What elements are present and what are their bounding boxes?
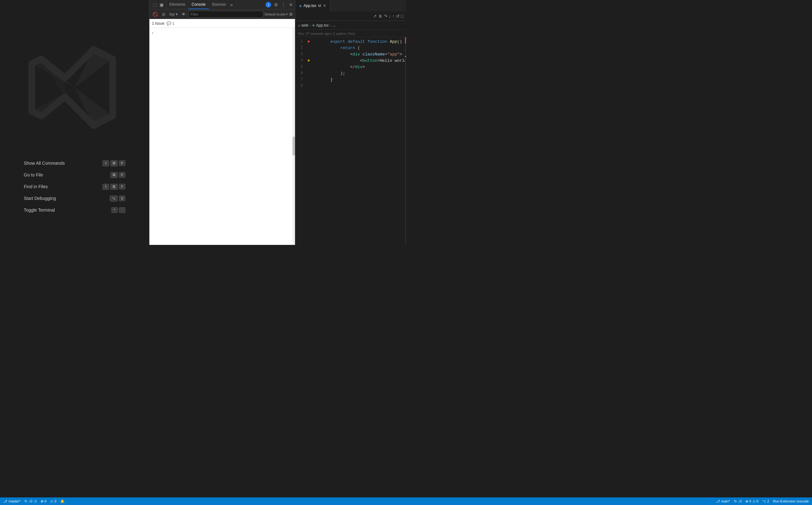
shortcut-show-all-commands[interactable]: Show All Commands ⇧ ⌘ P — [24, 160, 125, 166]
clear-console-icon[interactable]: 🚫 — [151, 11, 159, 17]
level-dropdown-icon: ▾ — [286, 12, 288, 16]
console-content: › — [149, 28, 295, 245]
inspect-icon[interactable]: ⬚ — [152, 2, 158, 7]
devtools-tab-actions: 1 ⚙ ⋮ ✕ — [265, 0, 294, 9]
key: ⌘ — [110, 160, 118, 166]
close-tab-icon[interactable]: ✕ — [323, 3, 326, 8]
key: ` — [119, 207, 125, 213]
shortcut-toggle-terminal[interactable]: Toggle Terminal ^ ` — [24, 207, 125, 213]
line-number: 6 — [295, 71, 307, 75]
git-blame-text: You, 27 seconds ago | 1 author (You) — [298, 32, 355, 35]
editor-tab-modified: M — [318, 4, 321, 8]
key: S — [119, 195, 125, 201]
breadcrumb-file[interactable]: App.tsx — [316, 23, 329, 28]
error-scrollbar-marker — [405, 37, 406, 43]
shortcut-label: Toggle Terminal — [24, 207, 55, 212]
devtools-scrollbar[interactable] — [293, 28, 295, 245]
issue-count: 1 — [172, 21, 175, 26]
block-icon[interactable]: ⊘ — [160, 11, 167, 17]
console-chevron-icon[interactable]: › — [152, 31, 153, 35]
console-toolbar: 🚫 ⊘ top ▾ 👁 Default levels ▾ ⚙ — [149, 9, 295, 19]
step-into-icon[interactable]: ↓ — [389, 14, 391, 19]
key: P — [119, 160, 125, 166]
devtools-tab-icons: ⬚ ▣ — [151, 0, 166, 9]
breadcrumb-more[interactable]: ... — [332, 23, 336, 28]
top-dropdown[interactable]: top ▾ — [168, 11, 179, 17]
device-icon[interactable]: ▣ — [158, 2, 164, 7]
tab-sources[interactable]: Sources — [209, 0, 229, 9]
level-select-container[interactable]: Default levels ▾ — [264, 12, 288, 16]
tab-elements[interactable]: Elements — [166, 0, 189, 9]
filter-input[interactable] — [189, 11, 263, 18]
editor-tab-filename: App.tsx — [304, 3, 316, 8]
shortcut-keys: ⇧ ⌘ P — [102, 160, 125, 166]
editor-tab-bar: ◈ App.tsx M ✕ — [295, 0, 406, 11]
goto-definition-icon[interactable]: ↗ — [373, 14, 377, 19]
editor-toolbar: ↗ ⏸ ↷ ↓ ↑ ↺ □ — [295, 11, 406, 21]
key: ⌘ — [110, 184, 118, 190]
pause-icon[interactable]: ⏸ — [378, 14, 382, 19]
devtools-panel: ⬚ ▣ Elements Console Sources » 1 ⚙ ⋮ ✕ 🚫… — [149, 0, 295, 245]
warning-scrollbar-marker — [405, 56, 406, 57]
key: P — [119, 172, 125, 178]
line-number: 1 — [295, 39, 307, 44]
editor-scrollbar[interactable] — [405, 37, 406, 245]
line-number: 5 — [295, 65, 307, 69]
tab-console[interactable]: Console — [189, 0, 209, 9]
issue-badge[interactable]: 💬 1 — [166, 21, 175, 26]
editor-tab-apptsx[interactable]: ◈ App.tsx M ✕ — [295, 0, 330, 11]
restart-icon[interactable]: ↺ — [396, 14, 400, 19]
shortcut-keys: ^ ` — [111, 207, 125, 213]
vscode-logo — [27, 40, 122, 135]
shortcut-keys: ⌘ P — [110, 172, 125, 178]
key: ⌘ — [110, 172, 118, 178]
warning-indicator — [308, 59, 310, 61]
git-blame-info: You, 27 seconds ago | 1 author (You) — [295, 30, 406, 37]
stop-icon[interactable]: □ — [401, 14, 403, 19]
close-devtools-icon[interactable]: ✕ — [288, 2, 294, 7]
issues-bar: 1 Issue: 💬 1 — [149, 19, 295, 28]
step-over-icon[interactable]: ↷ — [384, 14, 387, 19]
tsx-icon: ◈ — [299, 4, 302, 8]
key: F — [119, 184, 125, 189]
error-indicator — [308, 40, 310, 42]
more-tabs-icon[interactable]: » — [229, 0, 234, 9]
console-settings-icon[interactable]: ⚙ — [289, 12, 293, 17]
breadcrumb-sep1: › — [310, 23, 311, 28]
shortcut-label: Start Debugging — [24, 196, 56, 201]
key: ⌥ — [110, 195, 118, 201]
editor-breadcrumb: ⌂ web › ◈ App.tsx › ... — [295, 21, 406, 30]
shortcuts-panel: Show All Commands ⇧ ⌘ P Go to File ⌘ P F… — [24, 160, 125, 213]
devtools-tab-bar: ⬚ ▣ Elements Console Sources » 1 ⚙ ⋮ ✕ — [149, 0, 295, 9]
editor-toolbar-icons: ↗ ⏸ ↷ ↓ ↑ ↺ □ — [373, 14, 403, 19]
line-number: 8 — [295, 83, 307, 88]
key: ⇧ — [102, 184, 109, 190]
line-gutter — [307, 40, 311, 42]
line-content: } — [311, 72, 333, 87]
notifications-badge: 1 — [265, 2, 271, 8]
shortcut-keys: ⇧ ⌘ F — [102, 184, 125, 190]
step-out-icon[interactable]: ↑ — [392, 14, 394, 19]
more-options-icon[interactable]: ⋮ — [280, 2, 287, 7]
breadcrumb-sep2: › — [330, 23, 331, 28]
shortcut-find-in-files[interactable]: Find in Files ⇧ ⌘ F — [24, 184, 125, 190]
breadcrumb-web-icon: ⌂ — [298, 23, 300, 28]
shortcut-start-debugging[interactable]: Start Debugging ⌥ S — [24, 195, 125, 201]
settings-icon[interactable]: ⚙ — [273, 2, 279, 7]
devtools-scrollbar-thumb — [293, 137, 295, 156]
breadcrumb-tsx-icon: ◈ — [312, 23, 315, 27]
shortcut-label: Go to File — [24, 172, 43, 177]
breadcrumb-web[interactable]: web — [301, 23, 308, 28]
shortcut-go-to-file[interactable]: Go to File ⌘ P — [24, 172, 125, 178]
shortcut-label: Find in Files — [24, 184, 47, 189]
issue-icon: 💬 — [166, 21, 171, 26]
line-gutter — [307, 59, 311, 61]
eye-icon[interactable]: 👁 — [180, 11, 187, 17]
line-number: 7 — [295, 77, 307, 82]
shortcut-label: Show All Commands — [24, 161, 65, 166]
issues-text: 1 Issue: — [152, 21, 165, 26]
editor-content: 1 export default function App() { 2 retu… — [295, 37, 406, 245]
code-line-7: 7 } — [295, 76, 406, 83]
line-number: 3 — [295, 52, 307, 56]
editor-panel: ◈ App.tsx M ✕ ↗ ⏸ ↷ ↓ ↑ ↺ □ ⌂ web › ◈ Ap… — [295, 0, 406, 245]
